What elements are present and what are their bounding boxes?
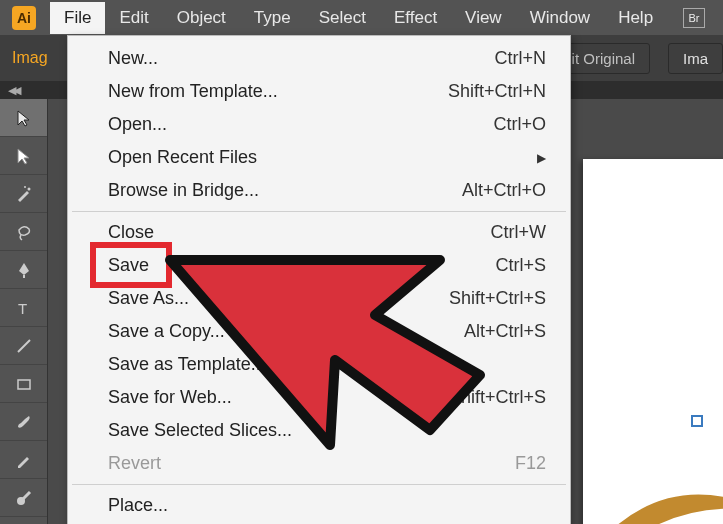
menu-shortcut: F12 [515, 453, 546, 474]
menu-window[interactable]: Window [516, 2, 604, 34]
menu-item-label: Save as Template... [108, 354, 546, 375]
menu-item-new-from-template[interactable]: New from Template...Shift+Ctrl+N [68, 75, 570, 108]
menu-item-label: New... [108, 48, 494, 69]
menu-separator [72, 211, 566, 212]
menu-item-open-recent-files[interactable]: Open Recent Files▶ [68, 141, 570, 174]
svg-point-1 [24, 186, 26, 188]
mode-label: Imag [12, 49, 48, 67]
brush-icon [13, 411, 35, 433]
menu-item-save-for-web[interactable]: Save for Web...Alt+Shift+Ctrl+S [68, 381, 570, 414]
menu-item-revert: RevertF12 [68, 447, 570, 480]
wand-icon [13, 183, 35, 205]
menu-item-label: Save for Web... [108, 387, 417, 408]
svg-point-0 [27, 187, 30, 190]
pencil-tool[interactable] [0, 441, 47, 479]
cursor-icon [13, 107, 35, 129]
menu-item-label: Save [108, 255, 495, 276]
tool-palette: T [0, 99, 48, 524]
file-menu-dropdown: New...Ctrl+NNew from Template...Shift+Ct… [67, 35, 571, 524]
menu-item-label: Browse in Bridge... [108, 180, 462, 201]
svg-rect-5 [18, 380, 30, 389]
rectangle-tool[interactable] [0, 365, 47, 403]
pen-tool[interactable] [0, 251, 47, 289]
menu-view[interactable]: View [451, 2, 516, 34]
paintbrush-tool[interactable] [0, 403, 47, 441]
app-logo: Ai [12, 6, 36, 30]
menu-item-save[interactable]: SaveCtrl+S [68, 249, 570, 282]
line-segment-tool[interactable] [0, 327, 47, 365]
menu-item-save-as-template[interactable]: Save as Template... [68, 348, 570, 381]
menu-shortcut: Ctrl+O [493, 114, 546, 135]
menu-shortcut: Shift+Ctrl+S [449, 288, 546, 309]
menu-item-new[interactable]: New...Ctrl+N [68, 42, 570, 75]
artwork-shape [593, 489, 723, 524]
menu-item-save-a-copy[interactable]: Save a Copy...Alt+Ctrl+S [68, 315, 570, 348]
lasso-tool[interactable] [0, 213, 47, 251]
blob-brush-icon [13, 487, 35, 509]
menu-item-label: Place... [108, 495, 546, 516]
type-tool[interactable]: T [0, 289, 47, 327]
menu-shortcut: Alt+Shift+Ctrl+S [417, 387, 546, 408]
menu-item-label: Save a Copy... [108, 321, 464, 342]
bridge-badge[interactable]: Br [683, 8, 705, 28]
menu-item-open[interactable]: Open...Ctrl+O [68, 108, 570, 141]
type-icon: T [13, 297, 35, 319]
selection-tool[interactable] [0, 99, 47, 137]
menu-shortcut: Ctrl+N [494, 48, 546, 69]
menu-item-label: Close [108, 222, 491, 243]
menu-shortcut: Alt+Ctrl+O [462, 180, 546, 201]
menu-item-browse-in-bridge[interactable]: Browse in Bridge...Alt+Ctrl+O [68, 174, 570, 207]
line-icon [13, 335, 35, 357]
menu-select[interactable]: Select [305, 2, 380, 34]
menu-help[interactable]: Help [604, 2, 667, 34]
menu-item-label: Save Selected Slices... [108, 420, 546, 441]
menu-item-save-as[interactable]: Save As...Shift+Ctrl+S [68, 282, 570, 315]
eraser-tool[interactable] [0, 517, 47, 524]
selection-handle[interactable] [691, 415, 703, 427]
svg-line-4 [18, 340, 30, 352]
lasso-icon [13, 221, 35, 243]
chevron-right-icon: ▶ [537, 151, 546, 165]
menu-item-label: Save As... [108, 288, 449, 309]
artboard[interactable] [583, 159, 723, 524]
chevron-left-icon: ◀◀ [8, 84, 18, 97]
menu-item-save-selected-slices[interactable]: Save Selected Slices... [68, 414, 570, 447]
menu-effect[interactable]: Effect [380, 2, 451, 34]
menu-item-label: New from Template... [108, 81, 448, 102]
menu-item-place[interactable]: Place... [68, 489, 570, 522]
menu-type[interactable]: Type [240, 2, 305, 34]
menu-item-close[interactable]: CloseCtrl+W [68, 216, 570, 249]
menu-shortcut: Alt+Ctrl+S [464, 321, 546, 342]
menu-item-label: Open Recent Files [108, 147, 527, 168]
cursor-white-icon [13, 145, 35, 167]
pen-icon [13, 259, 35, 281]
menu-item-label: Open... [108, 114, 493, 135]
svg-text:T: T [18, 300, 27, 317]
menubar: Ai File Edit Object Type Select Effect V… [0, 0, 723, 35]
menu-edit[interactable]: Edit [105, 2, 162, 34]
pencil-icon [13, 449, 35, 471]
direct-selection-tool[interactable] [0, 137, 47, 175]
menu-shortcut: Ctrl+W [491, 222, 547, 243]
menu-separator [72, 484, 566, 485]
menu-shortcut: Ctrl+S [495, 255, 546, 276]
menu-object[interactable]: Object [163, 2, 240, 34]
rectangle-icon [13, 373, 35, 395]
image-something-button[interactable]: Ima [668, 43, 723, 74]
menu-item-label: Revert [108, 453, 515, 474]
menu-shortcut: Shift+Ctrl+N [448, 81, 546, 102]
magic-wand-tool[interactable] [0, 175, 47, 213]
menu-file[interactable]: File [50, 2, 105, 34]
blob-brush-tool[interactable] [0, 479, 47, 517]
